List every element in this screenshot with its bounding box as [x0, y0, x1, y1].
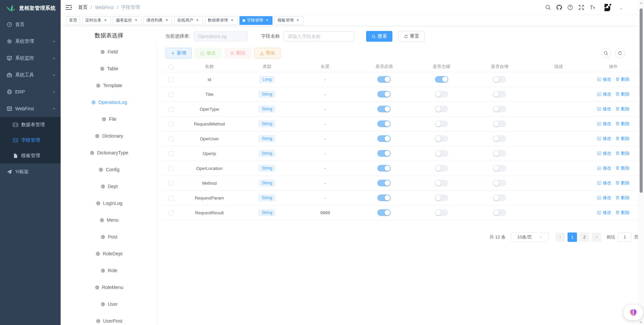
required-toggle[interactable] [377, 120, 391, 127]
primary-key-toggle[interactable] [435, 165, 448, 172]
export-button[interactable]: 导出 [254, 48, 281, 59]
required-toggle[interactable] [377, 135, 391, 142]
page-2[interactable]: 2 [580, 232, 589, 242]
auto-increment-toggle[interactable] [493, 150, 506, 157]
row-checkbox[interactable] [169, 151, 173, 156]
delete-button[interactable]: 删除 [225, 48, 251, 59]
tab-template-manage[interactable]: 模板管理× [275, 16, 303, 25]
tree-item-OperationLog[interactable]: OperationLog [61, 94, 157, 111]
tab-cache-list[interactable]: 缓存列表× [143, 16, 172, 25]
edit-row-button[interactable]: 修改 [597, 136, 611, 142]
primary-key-toggle[interactable] [435, 209, 448, 216]
row-checkbox[interactable] [169, 92, 173, 97]
page-1[interactable]: 1 [568, 232, 577, 242]
edit-row-button[interactable]: 修改 [597, 150, 611, 156]
refresh-table-button[interactable] [615, 48, 625, 58]
tree-item-Post[interactable]: Post [61, 228, 157, 245]
auto-increment-toggle[interactable] [493, 106, 506, 112]
delete-row-button[interactable]: 删除 [615, 91, 630, 97]
auto-increment-toggle[interactable] [493, 194, 506, 201]
sidebar-item-table-manage[interactable]: 数据表管理 [0, 117, 61, 133]
tree-item-Dictionary[interactable]: Dictionary [61, 128, 157, 144]
sidebar-item-system-admin[interactable]: 系统管理 [0, 33, 61, 50]
search-icon[interactable] [545, 4, 551, 10]
row-checkbox[interactable] [169, 137, 173, 141]
primary-key-toggle[interactable] [435, 150, 448, 157]
row-checkbox[interactable] [169, 77, 173, 82]
edit-row-button[interactable]: 修改 [597, 91, 611, 97]
edit-row-button[interactable]: 修改 [597, 106, 611, 112]
tree-item-Table[interactable]: Table [61, 60, 157, 77]
required-toggle[interactable] [377, 180, 391, 186]
required-toggle[interactable] [377, 165, 391, 172]
required-toggle[interactable] [377, 76, 391, 83]
edit-row-button[interactable]: 修改 [597, 165, 611, 171]
required-toggle[interactable] [377, 106, 391, 112]
auto-increment-toggle[interactable] [493, 120, 506, 127]
edit-row-button[interactable]: 修改 [597, 121, 611, 127]
required-toggle[interactable] [377, 209, 391, 216]
row-checkbox[interactable] [169, 122, 173, 127]
edit-row-button[interactable]: 修改 [597, 76, 611, 82]
tab-service-monitor[interactable]: 服务监控× [113, 16, 141, 25]
delete-row-button[interactable]: 删除 [615, 180, 630, 186]
hamburger-icon[interactable] [65, 5, 72, 10]
scrollbar-thumb[interactable] [640, 8, 643, 193]
sidebar-item-home[interactable]: 首页 [0, 16, 61, 33]
row-checkbox[interactable] [169, 166, 173, 171]
delete-row-button[interactable]: 删除 [615, 136, 630, 142]
breadcrumb-home[interactable]: 首页 [78, 4, 88, 10]
github-icon[interactable] [556, 4, 562, 10]
edit-button[interactable]: 修改 [195, 48, 221, 59]
auto-increment-toggle[interactable] [493, 91, 506, 98]
scroll-down-arrow-icon[interactable]: ▼ [638, 321, 644, 324]
primary-key-toggle[interactable] [435, 120, 448, 127]
auto-increment-toggle[interactable] [493, 135, 506, 142]
row-checkbox[interactable] [169, 181, 173, 186]
reset-button[interactable]: 重置 [398, 31, 425, 42]
tree-item-Dept[interactable]: Dept [61, 178, 157, 195]
tree-item-RoleDept[interactable]: RoleDept [61, 245, 157, 262]
tree-item-RoleMenu[interactable]: RoleMenu [61, 279, 157, 296]
row-checkbox[interactable] [169, 107, 173, 112]
page-scrollbar[interactable]: ▲ ▼ [638, 0, 644, 325]
required-toggle[interactable] [377, 150, 391, 157]
tree-item-Field[interactable]: Field [61, 43, 157, 60]
page-size-select[interactable]: 10条/页 [511, 232, 549, 242]
tree-item-Template[interactable]: Template [61, 77, 157, 94]
primary-key-toggle[interactable] [435, 194, 448, 201]
delete-row-button[interactable]: 删除 [615, 76, 630, 82]
delete-row-button[interactable]: 删除 [615, 210, 630, 216]
required-toggle[interactable] [377, 194, 391, 201]
goto-page-input[interactable] [618, 232, 632, 242]
tree-item-Config[interactable]: Config [61, 161, 157, 178]
delete-row-button[interactable]: 删除 [615, 121, 630, 127]
next-page-button[interactable] [592, 232, 601, 242]
tree-item-Menu[interactable]: Menu [61, 212, 157, 228]
sidebar-item-field-manage[interactable]: 字段管理 [0, 133, 61, 148]
prev-page-button[interactable] [555, 232, 565, 242]
scroll-up-arrow-icon[interactable]: ▲ [638, 1, 644, 4]
delete-row-button[interactable]: 删除 [615, 195, 630, 201]
app-logo[interactable]: 意框架管理系统 [0, 0, 61, 16]
tree-item-Role[interactable]: Role [61, 262, 157, 279]
sidebar-item-yi-framework[interactable]: Yi框架 [0, 164, 61, 180]
close-icon[interactable]: × [103, 18, 108, 23]
required-toggle[interactable] [377, 91, 391, 98]
primary-key-toggle[interactable] [435, 180, 448, 186]
tree-item-DictionaryType[interactable]: DictionaryType [61, 144, 157, 161]
close-icon[interactable]: × [265, 18, 269, 23]
tab-table-manage[interactable]: 数据表管理× [205, 16, 237, 25]
show-search-button[interactable] [601, 48, 611, 58]
auto-increment-toggle[interactable] [493, 76, 506, 83]
sidebar-item-erp[interactable]: ERP [0, 83, 61, 100]
sidebar-item-webfirst[interactable]: WebFirst [0, 100, 61, 117]
tree-item-User[interactable]: User [61, 296, 157, 313]
select-all-checkbox[interactable] [169, 65, 173, 69]
close-icon[interactable]: × [230, 18, 234, 23]
tab-field-manage[interactable]: 字段管理× [239, 16, 272, 25]
font-size-icon[interactable] [589, 4, 595, 10]
close-icon[interactable]: × [164, 18, 169, 23]
tab-home[interactable]: 首页 [66, 16, 80, 25]
search-button[interactable]: 搜索 [366, 31, 392, 42]
